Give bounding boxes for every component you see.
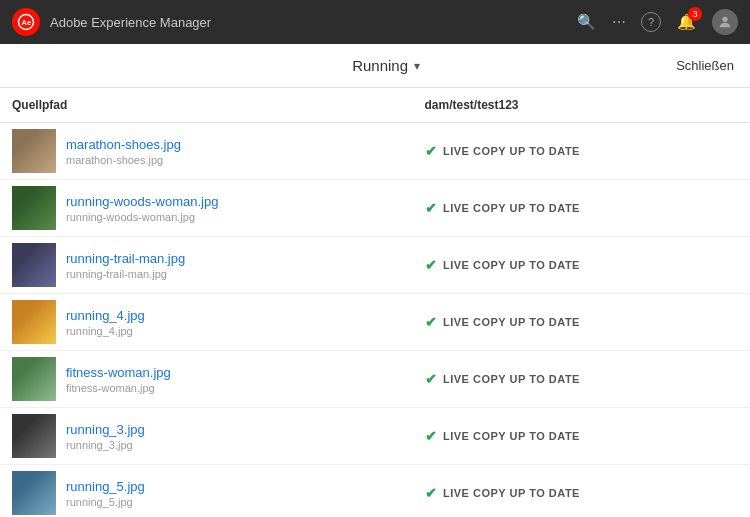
table-container: Quellpfad dam/test/test123 marathon-shoe… [0, 88, 750, 517]
folder-name: Running [352, 57, 408, 74]
status-cell: ✔ LIVE COPY UP TO DATE [413, 180, 751, 237]
status-icon: ✔ [425, 143, 438, 159]
top-navigation-bar: Ae Adobe Experience Manager 🔍 ⋯ ? 🔔 3 [0, 0, 750, 44]
file-name-secondary: running-trail-man.jpg [66, 268, 185, 280]
file-names: running_4.jpg running_4.jpg [66, 308, 145, 337]
source-cell: fitness-woman.jpg fitness-woman.jpg [0, 351, 413, 408]
table-row: running_4.jpg running_4.jpg ✔ LIVE COPY … [0, 294, 750, 351]
thumbnail [12, 129, 56, 173]
table-row: fitness-woman.jpg fitness-woman.jpg ✔ LI… [0, 351, 750, 408]
status-cell: ✔ LIVE COPY UP TO DATE [413, 123, 751, 180]
sub-header-center: Running ▾ [352, 57, 420, 74]
thumbnail [12, 471, 56, 515]
status-cell: ✔ LIVE COPY UP TO DATE [413, 408, 751, 465]
source-cell: running-trail-man.jpg running-trail-man.… [0, 237, 413, 294]
status-cell: ✔ LIVE COPY UP TO DATE [413, 351, 751, 408]
close-button[interactable]: Schließen [676, 58, 734, 73]
file-name-primary[interactable]: running-woods-woman.jpg [66, 194, 218, 209]
grid-icon[interactable]: ⋯ [612, 14, 625, 30]
status-icon: ✔ [425, 371, 438, 387]
file-name-primary[interactable]: running_3.jpg [66, 422, 145, 437]
status-cell: ✔ LIVE COPY UP TO DATE [413, 294, 751, 351]
status-text: LIVE COPY UP TO DATE [443, 145, 580, 157]
status-icon: ✔ [425, 428, 438, 444]
file-name-secondary: fitness-woman.jpg [66, 382, 171, 394]
status-text: LIVE COPY UP TO DATE [443, 259, 580, 271]
status-icon: ✔ [425, 485, 438, 501]
status-icon: ✔ [425, 257, 438, 273]
table-header-row: Quellpfad dam/test/test123 [0, 88, 750, 123]
status-text: LIVE COPY UP TO DATE [443, 316, 580, 328]
column-header-target: dam/test/test123 [413, 88, 751, 123]
svg-point-2 [722, 17, 727, 22]
file-name-primary[interactable]: marathon-shoes.jpg [66, 137, 181, 152]
app-title: Adobe Experience Manager [50, 15, 211, 30]
chevron-down-icon[interactable]: ▾ [414, 59, 420, 73]
file-name-secondary: running_3.jpg [66, 439, 145, 451]
file-name-primary[interactable]: running_5.jpg [66, 479, 145, 494]
file-name-primary[interactable]: running-trail-man.jpg [66, 251, 185, 266]
status-text: LIVE COPY UP TO DATE [443, 373, 580, 385]
thumbnail [12, 186, 56, 230]
sub-header: Running ▾ Schließen [0, 44, 750, 88]
thumbnail [12, 414, 56, 458]
file-names: fitness-woman.jpg fitness-woman.jpg [66, 365, 171, 394]
notification-icon[interactable]: 🔔 3 [677, 13, 696, 31]
status-cell: ✔ LIVE COPY UP TO DATE [413, 237, 751, 294]
file-name-primary[interactable]: running_4.jpg [66, 308, 145, 323]
status-icon: ✔ [425, 200, 438, 216]
source-cell: running_4.jpg running_4.jpg [0, 294, 413, 351]
source-cell: running-woods-woman.jpg running-woods-wo… [0, 180, 413, 237]
file-names: running-woods-woman.jpg running-woods-wo… [66, 194, 218, 223]
status-icon: ✔ [425, 314, 438, 330]
status-text: LIVE COPY UP TO DATE [443, 487, 580, 499]
status-cell: ✔ LIVE COPY UP TO DATE [413, 465, 751, 518]
thumbnail [12, 243, 56, 287]
file-names: running_3.jpg running_3.jpg [66, 422, 145, 451]
thumbnail [12, 300, 56, 344]
source-cell: running_3.jpg running_3.jpg [0, 408, 413, 465]
column-header-source: Quellpfad [0, 88, 413, 123]
file-name-primary[interactable]: fitness-woman.jpg [66, 365, 171, 380]
table-row: marathon-shoes.jpg marathon-shoes.jpg ✔ … [0, 123, 750, 180]
aem-logo: Ae [12, 8, 40, 36]
top-bar-icons: 🔍 ⋯ ? 🔔 3 [577, 9, 738, 35]
source-cell: marathon-shoes.jpg marathon-shoes.jpg [0, 123, 413, 180]
file-names: marathon-shoes.jpg marathon-shoes.jpg [66, 137, 181, 166]
file-name-secondary: running_5.jpg [66, 496, 145, 508]
status-text: LIVE COPY UP TO DATE [443, 202, 580, 214]
thumbnail [12, 357, 56, 401]
source-cell: running_5.jpg running_5.jpg [0, 465, 413, 518]
file-name-secondary: running-woods-woman.jpg [66, 211, 218, 223]
top-bar-left: Ae Adobe Experience Manager [12, 8, 211, 36]
file-names: running-trail-man.jpg running-trail-man.… [66, 251, 185, 280]
file-name-secondary: marathon-shoes.jpg [66, 154, 181, 166]
search-icon[interactable]: 🔍 [577, 13, 596, 31]
table-row: running_5.jpg running_5.jpg ✔ LIVE COPY … [0, 465, 750, 518]
file-names: running_5.jpg running_5.jpg [66, 479, 145, 508]
table-row: running-trail-man.jpg running-trail-man.… [0, 237, 750, 294]
avatar[interactable] [712, 9, 738, 35]
help-icon[interactable]: ? [641, 12, 661, 32]
notification-badge: 3 [688, 7, 702, 21]
table-row: running-woods-woman.jpg running-woods-wo… [0, 180, 750, 237]
file-name-secondary: running_4.jpg [66, 325, 145, 337]
status-text: LIVE COPY UP TO DATE [443, 430, 580, 442]
live-copy-table: Quellpfad dam/test/test123 marathon-shoe… [0, 88, 750, 517]
table-row: running_3.jpg running_3.jpg ✔ LIVE COPY … [0, 408, 750, 465]
svg-text:Ae: Ae [22, 18, 32, 27]
